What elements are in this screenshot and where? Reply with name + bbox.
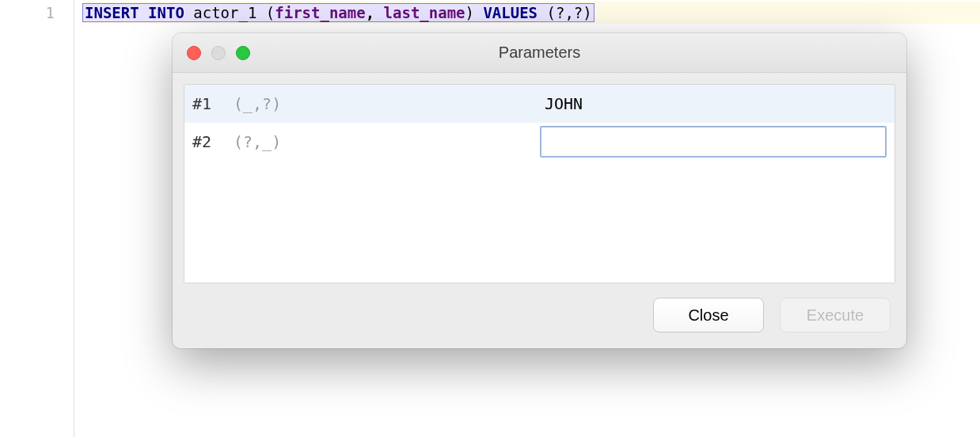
param-index: #1 (192, 94, 234, 113)
close-icon[interactable] (187, 46, 201, 60)
param-value-input[interactable] (540, 126, 887, 158)
dialog-titlebar[interactable]: Parameters (173, 33, 906, 73)
kw-insert: INSERT (85, 4, 139, 21)
param-placeholders: (?,?) (547, 4, 592, 21)
param-row[interactable]: #2 (?,_) (184, 123, 895, 161)
param-pattern: (_,?) (234, 94, 281, 113)
line-number: 1 (0, 2, 55, 24)
dialog-button-row: Close Execute (173, 283, 906, 348)
window-controls (173, 46, 250, 60)
sql-line[interactable]: INSERT INTO actor_1 (first_name, last_na… (82, 2, 980, 24)
comma: , (366, 4, 374, 21)
kw-into: INTO (148, 4, 184, 21)
kw-values: VALUES (483, 4, 537, 21)
close-button[interactable]: Close (653, 298, 764, 332)
gutter: 1 (0, 0, 74, 437)
minimize-icon (211, 46, 226, 60)
param-list-wrap: #1 (_,?) JOHN #2 (?,_) (173, 73, 906, 283)
param-pattern: (?,_) (234, 132, 281, 151)
param-list: #1 (_,?) JOHN #2 (?,_) (184, 84, 895, 283)
param-value[interactable]: JOHN (540, 94, 887, 113)
col-last-name: last_name (384, 4, 465, 21)
maximize-icon[interactable] (236, 46, 250, 60)
execute-button[interactable]: Execute (780, 298, 891, 332)
parameters-dialog: Parameters #1 (_,?) JOHN #2 (?,_) Close … (173, 33, 906, 348)
lparen: ( (266, 4, 275, 21)
table-name: actor_1 (184, 4, 266, 21)
param-index: #2 (192, 132, 234, 151)
dialog-title: Parameters (173, 44, 906, 62)
rparen: ) (465, 4, 474, 21)
col-first-name: first_name (275, 4, 365, 21)
param-row[interactable]: #1 (_,?) JOHN (184, 85, 895, 123)
